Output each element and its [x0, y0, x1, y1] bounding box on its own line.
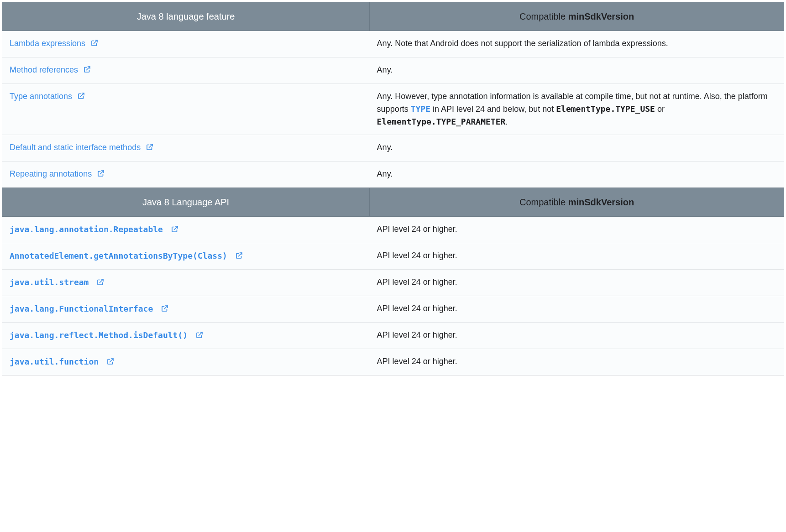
- compat-text: Any.: [377, 169, 393, 178]
- header-prefix: Compatible: [519, 11, 568, 21]
- java8-compat-table: Java 8 language feature Compatible minSd…: [2, 2, 784, 376]
- functionalinterface-api-link[interactable]: java.lang.FunctionalInterface: [10, 304, 169, 313]
- method-references-link[interactable]: Method references: [10, 65, 91, 74]
- compat-cell: API level 24 or higher.: [370, 349, 784, 376]
- getannotationsbytype-api-link[interactable]: AnnotatedElement.getAnnotationsByType(Cl…: [10, 251, 243, 261]
- external-link-icon: [171, 224, 179, 236]
- compat-text-p2: in API level 24 and below, but not: [430, 104, 556, 114]
- feature-cell: Type annotations: [2, 84, 370, 135]
- table2-header-row: Java 8 Language API Compatible minSdkVer…: [2, 188, 784, 217]
- table-row: java.lang.reflect.Method.isDefault() API…: [2, 323, 784, 349]
- api-cell: java.util.stream: [2, 270, 370, 296]
- compat-text: API level 24 or higher.: [377, 304, 457, 313]
- compat-cell: Any.: [370, 57, 784, 84]
- link-text: java.util.stream: [10, 277, 89, 287]
- table-row: Type annotations Any. However, type anno…: [2, 84, 784, 135]
- api-cell: java.lang.reflect.Method.isDefault(): [2, 323, 370, 349]
- external-link-icon: [83, 65, 91, 77]
- table1-header-right: Compatible minSdkVersion: [370, 2, 784, 31]
- compat-cell: Any. Note that Android does not support …: [370, 31, 784, 57]
- link-text: Repeating annotations: [10, 169, 92, 178]
- api-cell: java.lang.FunctionalInterface: [2, 296, 370, 323]
- table-row: java.util.stream API level 24 or higher.: [2, 270, 784, 296]
- external-link-icon: [90, 38, 99, 51]
- compat-cell: Any.: [370, 135, 784, 162]
- external-link-icon: [195, 330, 204, 342]
- table-row: AnnotatedElement.getAnnotationsByType(Cl…: [2, 243, 784, 270]
- compat-cell: Any.: [370, 162, 784, 188]
- header-prefix: Compatible: [519, 197, 568, 207]
- repeating-annotations-link[interactable]: Repeating annotations: [10, 169, 105, 178]
- table-row: java.lang.annotation.Repeatable API leve…: [2, 217, 784, 243]
- external-link-icon: [235, 250, 243, 263]
- external-link-icon: [161, 303, 169, 316]
- util-function-api-link[interactable]: java.util.function: [10, 357, 115, 366]
- compat-cell: API level 24 or higher.: [370, 270, 784, 296]
- table2-header-left: Java 8 Language API: [2, 188, 370, 217]
- compat-text: API level 24 or higher.: [377, 277, 457, 287]
- table1-header-left: Java 8 language feature: [2, 2, 370, 31]
- api-cell: java.util.function: [2, 349, 370, 376]
- link-text: Type annotations: [10, 92, 72, 101]
- compat-text: Any.: [377, 65, 393, 74]
- link-text: Method references: [10, 65, 78, 74]
- compat-text: API level 24 or higher.: [377, 224, 457, 234]
- header-text: Java 8 language feature: [137, 11, 235, 21]
- type-link[interactable]: TYPE: [411, 104, 430, 114]
- compat-cell: API level 24 or higher.: [370, 243, 784, 270]
- code-type-use: ElementType.TYPE_USE: [556, 104, 655, 114]
- compat-cell: API level 24 or higher.: [370, 217, 784, 243]
- feature-cell: Default and static interface methods: [2, 135, 370, 162]
- feature-cell: Repeating annotations: [2, 162, 370, 188]
- table-row: Lambda expressions Any. Note that Androi…: [2, 31, 784, 57]
- table-row: java.lang.FunctionalInterface API level …: [2, 296, 784, 323]
- table-row: Repeating annotations Any.: [2, 162, 784, 188]
- util-stream-api-link[interactable]: java.util.stream: [10, 277, 105, 287]
- feature-cell: Lambda expressions: [2, 31, 370, 57]
- compat-text: API level 24 or higher.: [377, 330, 457, 339]
- api-cell: java.lang.annotation.Repeatable: [2, 217, 370, 243]
- type-annotations-link[interactable]: Type annotations: [10, 92, 85, 101]
- table-row: Method references Any.: [2, 57, 784, 84]
- header-text: Java 8 Language API: [142, 197, 229, 207]
- external-link-icon: [97, 169, 105, 181]
- header-bold: minSdkVersion: [568, 197, 634, 207]
- link-text: AnnotatedElement.getAnnotationsByType(Cl…: [10, 251, 227, 261]
- compat-text-p4: .: [505, 117, 508, 126]
- api-cell: AnnotatedElement.getAnnotationsByType(Cl…: [2, 243, 370, 270]
- compat-cell: Any. However, type annotation informatio…: [370, 84, 784, 135]
- feature-cell: Method references: [2, 57, 370, 84]
- header-bold: minSdkVersion: [568, 11, 634, 21]
- external-link-icon: [146, 142, 154, 155]
- link-text: Lambda expressions: [10, 39, 85, 48]
- link-text: java.util.function: [10, 357, 99, 366]
- table-row: Default and static interface methods Any…: [2, 135, 784, 162]
- external-link-icon: [96, 277, 105, 289]
- compat-cell: API level 24 or higher.: [370, 296, 784, 323]
- link-text: java.lang.reflect.Method.isDefault(): [10, 330, 188, 340]
- default-static-interface-methods-link[interactable]: Default and static interface methods: [10, 143, 154, 152]
- external-link-icon: [106, 356, 115, 369]
- external-link-icon: [77, 91, 85, 104]
- method-isdefault-api-link[interactable]: java.lang.reflect.Method.isDefault(): [10, 330, 204, 340]
- compat-text: Any.: [377, 143, 393, 152]
- link-text: java.lang.annotation.Repeatable: [10, 224, 163, 234]
- table1-header-row: Java 8 language feature Compatible minSd…: [2, 2, 784, 31]
- compat-text: API level 24 or higher.: [377, 357, 457, 366]
- code-type-parameter: ElementType.TYPE_PARAMETER: [377, 117, 506, 126]
- compat-cell: API level 24 or higher.: [370, 323, 784, 349]
- compat-text: API level 24 or higher.: [377, 251, 457, 260]
- table2-header-right: Compatible minSdkVersion: [370, 188, 784, 217]
- compat-text: Any. Note that Android does not support …: [377, 39, 668, 48]
- lambda-expressions-link[interactable]: Lambda expressions: [10, 39, 99, 48]
- compat-text-p3: or: [655, 104, 665, 114]
- repeatable-api-link[interactable]: java.lang.annotation.Repeatable: [10, 224, 179, 234]
- link-text: java.lang.FunctionalInterface: [10, 304, 153, 313]
- table-row: java.util.function API level 24 or highe…: [2, 349, 784, 376]
- link-text: Default and static interface methods: [10, 143, 141, 152]
